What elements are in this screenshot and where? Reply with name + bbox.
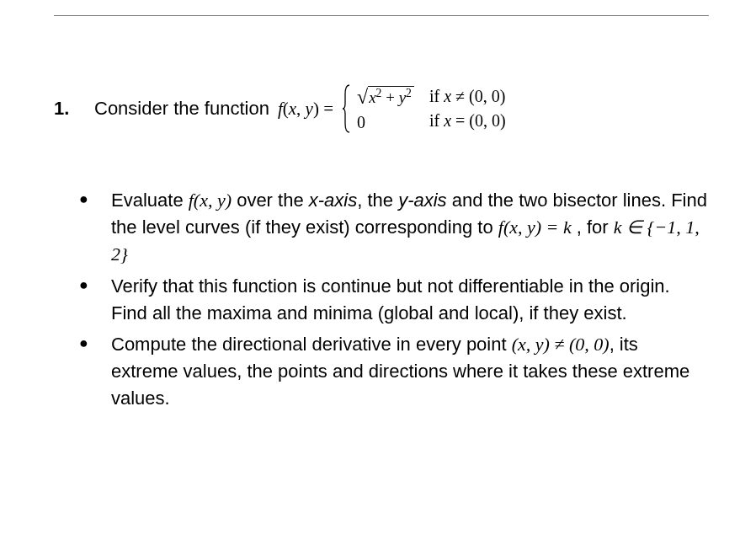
piecewise-definition: √x2 + y2 0 if x ≠ (0, 0) if x = (0, 0) xyxy=(342,84,506,133)
problem-number: 1. xyxy=(54,98,94,120)
text-run: Verify that this function is continue bu… xyxy=(111,275,670,323)
text-run: f(x, y) = k xyxy=(498,217,572,238)
text-run: Compute the directional derivative in ev… xyxy=(111,334,512,355)
problem-header: 1. Consider the function f(x, y) = √x2 +… xyxy=(54,84,709,133)
case1-value: √x2 + y2 xyxy=(357,85,414,108)
case2-condition: if x = (0, 0) xyxy=(429,111,506,131)
list-item: ● Evaluate f(x, y) over the x-axis, the … xyxy=(79,187,709,268)
problem-stem: Consider the function f(x, y) = √x2 + y2… xyxy=(94,84,506,133)
bullet-text-1: Verify that this function is continue bu… xyxy=(111,273,709,327)
text-run: f(x, y) xyxy=(189,190,232,211)
piecewise-conditions: if x ≠ (0, 0) if x = (0, 0) xyxy=(429,87,506,131)
bullet-icon: ● xyxy=(79,273,111,327)
bullet-list: ● Evaluate f(x, y) over the x-axis, the … xyxy=(54,187,709,412)
text-run: Evaluate xyxy=(111,190,189,211)
bullet-text-0: Evaluate f(x, y) over the x-axis, the y-… xyxy=(111,187,709,268)
list-item: ● Compute the directional derivative in … xyxy=(79,331,709,412)
horizontal-rule xyxy=(54,15,709,16)
function-name: f(x, y) = xyxy=(278,99,333,120)
stem-text: Consider the function xyxy=(94,98,269,120)
content-area: 1. Consider the function f(x, y) = √x2 +… xyxy=(54,84,709,417)
text-run: over the xyxy=(232,190,309,211)
bullet-icon: ● xyxy=(79,331,111,412)
list-item: ● Verify that this function is continue … xyxy=(79,273,709,327)
text-run: y-axis xyxy=(398,190,446,211)
case2-value: 0 xyxy=(357,113,414,132)
bullet-icon: ● xyxy=(79,187,111,268)
bullet-text-2: Compute the directional derivative in ev… xyxy=(111,331,709,412)
text-run: , for xyxy=(572,217,614,238)
text-run: (x, y) ≠ (0, 0) xyxy=(512,334,610,355)
case1-condition: if x ≠ (0, 0) xyxy=(429,87,506,106)
piecewise-values: √x2 + y2 0 xyxy=(357,85,414,132)
text-run: x-axis xyxy=(309,190,357,211)
left-brace-icon xyxy=(342,84,352,133)
text-run: , the xyxy=(357,190,398,211)
